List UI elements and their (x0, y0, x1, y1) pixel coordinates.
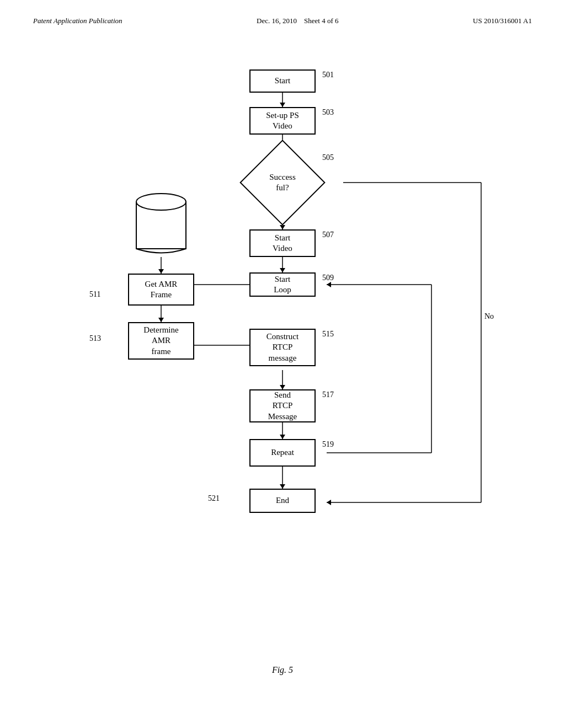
svg-marker-11 (158, 318, 164, 322)
success-diamond: Success ful? (249, 152, 316, 213)
fig-caption: Fig. 5 (33, 665, 532, 675)
label-521: 521 (208, 494, 220, 503)
label-513: 513 (89, 334, 101, 343)
svg-marker-5 (280, 225, 285, 229)
label-519: 519 (322, 440, 334, 449)
label-503: 503 (322, 108, 334, 117)
header-center: Dec. 16, 2010 Sheet 4 of 6 (257, 17, 338, 25)
header-right: US 2010/316001 A1 (473, 17, 532, 25)
label-515: 515 (322, 330, 334, 339)
label-509: 509 (322, 274, 334, 282)
send-rtcp-box: Send RTCP Message (249, 389, 316, 422)
start-box: Start (249, 69, 316, 93)
no-label: No (484, 312, 494, 321)
svg-marker-27 (327, 500, 331, 505)
repeat-box: Repeat (249, 439, 316, 467)
label-501: 501 (322, 71, 334, 79)
end-box: End (249, 489, 316, 513)
label-511: 511 (89, 290, 100, 299)
get-amr-box: Get AMR Frame (128, 274, 194, 306)
svg-marker-17 (280, 435, 285, 439)
svg-marker-7 (280, 268, 285, 272)
svg-marker-1 (280, 103, 285, 107)
flowchart-diagram: Start 501 Set-up PS Video 503 Success fu… (45, 47, 520, 654)
label-505: 505 (322, 153, 334, 162)
svg-marker-19 (280, 484, 285, 489)
start-video-box: Start Video (249, 229, 316, 257)
page-header: Patent Application Publication Dec. 16, … (33, 17, 532, 25)
svg-marker-23 (327, 282, 331, 287)
start-loop-box: Start Loop (249, 272, 316, 297)
svg-point-31 (136, 194, 186, 210)
header-left: Patent Application Publication (33, 17, 122, 25)
setup-box: Set-up PS Video (249, 107, 316, 135)
construct-rtcp-box: Construct RTCP message (249, 329, 316, 366)
svg-marker-15 (280, 385, 285, 389)
label-517: 517 (322, 390, 334, 399)
label-507: 507 (322, 231, 334, 239)
cylinder-shape (131, 191, 191, 257)
svg-marker-29 (158, 269, 164, 274)
determine-amr-box: Determine AMR frame (128, 322, 194, 360)
